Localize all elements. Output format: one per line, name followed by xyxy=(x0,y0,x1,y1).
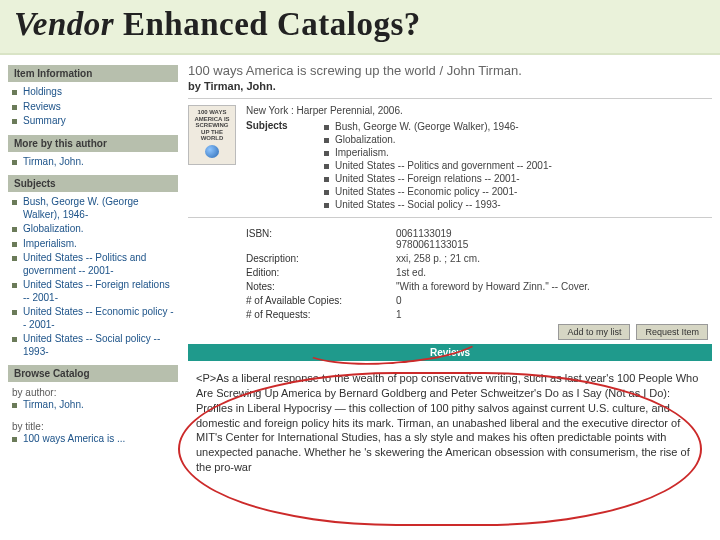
subject-link[interactable]: Bush, George W. (George Walker), 1946- xyxy=(324,120,552,133)
requests-label: # of Requests: xyxy=(246,309,386,320)
sidebar-link-label: Summary xyxy=(23,115,66,128)
publisher-line: New York : Harper Perennial, 2006. xyxy=(246,105,712,116)
notes-value: "With a foreword by Howard Zinn." -- Cov… xyxy=(396,281,712,292)
subject-text: Bush, George W. (George Walker), 1946- xyxy=(335,121,519,132)
subject-text: United States -- Social policy -- 1993- xyxy=(335,199,501,210)
bullet-icon xyxy=(324,151,329,156)
isbn-label: ISBN: xyxy=(246,228,386,250)
bullet-icon xyxy=(12,90,17,95)
subject-text: Imperialism. xyxy=(335,147,389,158)
subjects-block: Subjects Bush, George W. (George Walker)… xyxy=(246,120,712,211)
subject-link[interactable]: United States -- Politics and government… xyxy=(324,159,552,172)
available-copies-label: # of Available Copies: xyxy=(246,295,386,306)
browse-by-title-label: by title: xyxy=(8,419,178,432)
browse-author-list: Tirman, John. xyxy=(8,398,178,413)
cover-text: 100 WAYS AMERICA IS SCREWING UP THE WORL… xyxy=(192,109,232,142)
sidebar-subject-link[interactable]: United States -- Economic policy -- 2001… xyxy=(8,305,178,332)
sidebar-subject-link[interactable]: Imperialism. xyxy=(8,237,178,252)
annotation-circle-icon xyxy=(178,372,702,526)
request-item-button[interactable]: Request Item xyxy=(636,324,708,340)
sidebar-header-browse: Browse Catalog xyxy=(8,365,178,382)
subjects-label: Subjects xyxy=(246,120,306,211)
sidebar-header-subjects: Subjects xyxy=(8,175,178,192)
bullet-icon xyxy=(12,437,17,442)
record-info: New York : Harper Perennial, 2006. Subje… xyxy=(246,105,712,211)
sidebar-link-summary[interactable]: Summary xyxy=(8,114,178,129)
description-value: xxi, 258 p. ; 21 cm. xyxy=(396,253,712,264)
sidebar-header-item-info: Item Information xyxy=(8,65,178,82)
available-copies-value: 0 xyxy=(396,295,712,306)
description-label: Description: xyxy=(246,253,386,264)
sidebar-link-holdings[interactable]: Holdings xyxy=(8,85,178,100)
sidebar-link-label: Reviews xyxy=(23,101,61,114)
bullet-icon xyxy=(12,256,17,261)
isbn-values: 0061133019 9780061133015 xyxy=(396,228,712,250)
globe-icon xyxy=(205,145,219,158)
slide-title-rest: Enhanced Catalogs? xyxy=(114,6,421,42)
subjects-list: Bush, George W. (George Walker), 1946- G… xyxy=(324,120,552,211)
sidebar-link-label: United States -- Social policy -- 1993- xyxy=(23,333,174,358)
subject-text: United States -- Economic policy -- 2001… xyxy=(335,186,517,197)
sidebar-author-link[interactable]: Tirman, John. xyxy=(8,155,178,170)
sidebar-subject-link[interactable]: Globalization. xyxy=(8,222,178,237)
sidebar-link-label: Holdings xyxy=(23,86,62,99)
sidebar-subject-link[interactable]: United States -- Politics and government… xyxy=(8,251,178,278)
sidebar-item-info-list: Holdings Reviews Summary xyxy=(8,85,178,129)
sidebar-header-more-by: More by this author xyxy=(8,135,178,152)
edition-label: Edition: xyxy=(246,267,386,278)
add-to-list-button[interactable]: Add to my list xyxy=(558,324,630,340)
sidebar-link-label: United States -- Economic policy -- 2001… xyxy=(23,306,174,331)
notes-label: Notes: xyxy=(246,281,386,292)
sidebar-link-label: United States -- Politics and government… xyxy=(23,252,174,277)
bullet-icon xyxy=(12,105,17,110)
isbn-1: 0061133019 xyxy=(396,228,712,239)
slide-title: Vendor Enhanced Catalogs? xyxy=(14,6,706,43)
slide-title-bar: Vendor Enhanced Catalogs? xyxy=(0,0,720,55)
bullet-icon xyxy=(12,403,17,408)
sidebar-link-label: Globalization. xyxy=(23,223,84,236)
sidebar-link-label: Tirman, John. xyxy=(23,156,84,169)
isbn-2: 9780061133015 xyxy=(396,239,712,250)
record-top-row: 100 WAYS AMERICA IS SCREWING UP THE WORL… xyxy=(188,98,712,218)
sidebar-link-reviews[interactable]: Reviews xyxy=(8,100,178,115)
bullet-icon xyxy=(12,119,17,124)
sidebar-subject-link[interactable]: Bush, George W. (George Walker), 1946- xyxy=(8,195,178,222)
bullet-icon xyxy=(12,227,17,232)
record-title: 100 ways America is screwing up the worl… xyxy=(188,63,712,78)
bullet-icon xyxy=(12,283,17,288)
bullet-icon xyxy=(12,310,17,315)
subject-text: United States -- Foreign relations -- 20… xyxy=(335,173,520,184)
slide-title-italic: Vendor xyxy=(14,6,114,42)
browse-title-list: 100 ways America is ... xyxy=(8,432,178,447)
sidebar-subjects-list: Bush, George W. (George Walker), 1946- G… xyxy=(8,195,178,359)
record-byline: by Tirman, John. xyxy=(188,80,712,92)
bullet-icon xyxy=(324,177,329,182)
bullet-icon xyxy=(324,138,329,143)
subject-text: United States -- Politics and government… xyxy=(335,160,552,171)
sidebar-link-label: 100 ways America is ... xyxy=(23,433,125,446)
sidebar-subject-link[interactable]: United States -- Social policy -- 1993- xyxy=(8,332,178,359)
edition-value: 1st ed. xyxy=(396,267,712,278)
browse-by-author-label: by author: xyxy=(8,385,178,398)
bullet-icon xyxy=(324,125,329,130)
sidebar-more-by-list: Tirman, John. xyxy=(8,155,178,170)
subject-link[interactable]: Globalization. xyxy=(324,133,552,146)
sidebar-link-label: Bush, George W. (George Walker), 1946- xyxy=(23,196,174,221)
sidebar-subject-link[interactable]: United States -- Foreign relations -- 20… xyxy=(8,278,178,305)
subject-link[interactable]: United States -- Foreign relations -- 20… xyxy=(324,172,552,185)
browse-title-link[interactable]: 100 ways America is ... xyxy=(8,432,178,447)
cover-thumbnail[interactable]: 100 WAYS AMERICA IS SCREWING UP THE WORL… xyxy=(188,105,236,165)
requests-value: 1 xyxy=(396,309,712,320)
subject-text: Globalization. xyxy=(335,134,396,145)
subject-link[interactable]: United States -- Economic policy -- 2001… xyxy=(324,185,552,198)
bullet-icon xyxy=(12,200,17,205)
bullet-icon xyxy=(12,160,17,165)
subject-link[interactable]: Imperialism. xyxy=(324,146,552,159)
bullet-icon xyxy=(12,337,17,342)
subject-link[interactable]: United States -- Social policy -- 1993- xyxy=(324,198,552,211)
metadata-grid: ISBN: 0061133019 9780061133015 Descripti… xyxy=(188,224,712,320)
sidebar-link-label: Imperialism. xyxy=(23,238,77,251)
sidebar: Item Information Holdings Reviews Summar… xyxy=(8,61,178,475)
browse-author-link[interactable]: Tirman, John. xyxy=(8,398,178,413)
bullet-icon xyxy=(324,190,329,195)
